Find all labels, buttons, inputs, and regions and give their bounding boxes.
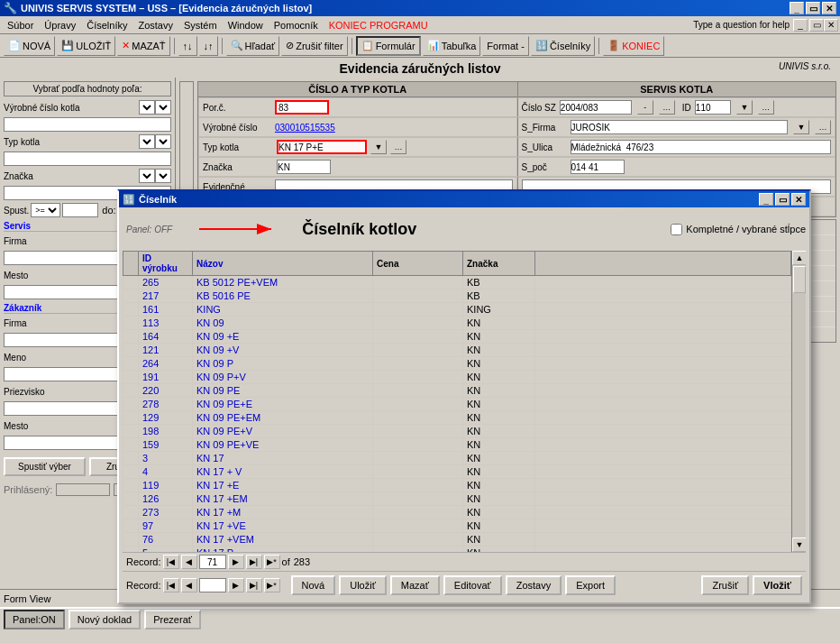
s-ulica-input[interactable] bbox=[571, 140, 832, 154]
help-close[interactable]: ✕ bbox=[824, 19, 838, 32]
format-button[interactable]: Format - bbox=[482, 36, 529, 56]
modal-nova-btn[interactable]: Nová bbox=[291, 575, 336, 595]
table-row[interactable]: 97KN 17 +VEKN bbox=[123, 519, 791, 533]
cislo-sz-btn1[interactable]: - bbox=[637, 100, 653, 115]
filter-vyrobne-eq[interactable]: = bbox=[139, 100, 155, 115]
menu-system[interactable]: Systém bbox=[178, 18, 223, 32]
modal-nav-next2[interactable]: ▶| bbox=[246, 578, 262, 592]
vyrobne-cislo-link[interactable]: 030010515535 bbox=[275, 123, 335, 133]
help-restore[interactable]: ▭ bbox=[809, 19, 824, 32]
znacka-form-input[interactable] bbox=[277, 160, 331, 174]
nav-prev[interactable]: ◀ bbox=[181, 555, 197, 569]
nav-next2[interactable]: ▶| bbox=[246, 555, 262, 569]
table-row[interactable]: 164KN 09 +EKN bbox=[123, 330, 791, 344]
modal-minimize[interactable]: _ bbox=[759, 193, 773, 206]
modal-nav-prev[interactable]: ◀ bbox=[181, 578, 197, 592]
filter-typ-arrow[interactable]: ▼ bbox=[155, 134, 171, 149]
table-row[interactable]: 217KB 5016 PEKB bbox=[123, 289, 791, 303]
table-row[interactable]: 161KINGKING bbox=[123, 303, 791, 317]
filter-vyrobne-arrow[interactable]: ▼ bbox=[155, 100, 171, 115]
modal-mazat-btn[interactable]: Mazať bbox=[390, 575, 440, 595]
s-firma-btn[interactable]: ▼ bbox=[793, 120, 809, 134]
cislo-sz-input[interactable] bbox=[560, 100, 632, 115]
table-row[interactable]: 191KN 09 P+VKN bbox=[123, 371, 791, 384]
table-row[interactable]: 273KN 17 +MKN bbox=[123, 506, 791, 519]
spustit-vyber-button[interactable]: Spustiť výber bbox=[4, 457, 86, 476]
tabulka-button[interactable]: 📊 Tabuľka bbox=[423, 36, 481, 56]
menu-koniec[interactable]: KONIEC PROGRAMU bbox=[324, 18, 434, 32]
sort-desc-button[interactable]: ↓↑ bbox=[199, 36, 218, 56]
nav-first[interactable]: |◀ bbox=[163, 555, 179, 569]
nav-last[interactable]: ▶* bbox=[264, 555, 280, 569]
menu-ciselníky[interactable]: Číselníky bbox=[81, 18, 132, 32]
table-row[interactable]: 126KN 17 +EMKN bbox=[123, 492, 791, 506]
filter-znacka-eq[interactable]: = bbox=[139, 169, 155, 183]
table-scrollbar[interactable]: ▲ ▼ bbox=[791, 251, 806, 552]
table-row[interactable]: 121KN 09 +VKN bbox=[123, 344, 791, 357]
menu-pomocnik[interactable]: Pomocník bbox=[269, 18, 324, 32]
table-row[interactable]: 76KN 17 +VEMKN bbox=[123, 533, 791, 547]
restore-button[interactable]: ▭ bbox=[806, 2, 820, 14]
modal-editovat-btn[interactable]: Editovať bbox=[443, 575, 502, 595]
id-btn2[interactable]: … bbox=[758, 100, 774, 115]
sort-asc-button[interactable]: ↑↓ bbox=[178, 36, 197, 56]
ulozit-button[interactable]: 💾 ULOŽIŤ bbox=[57, 36, 115, 56]
help-minimize[interactable]: _ bbox=[793, 19, 808, 32]
table-row[interactable]: 113KN 09KN bbox=[123, 317, 791, 330]
koniec-button[interactable]: 🚪 KONIEC bbox=[603, 36, 664, 56]
s-psc-input[interactable] bbox=[571, 160, 625, 174]
table-row[interactable]: 129KN 09 PE+EMKN bbox=[123, 411, 791, 425]
menu-upravy[interactable]: Úpravy bbox=[39, 18, 81, 32]
th-znacka[interactable]: Značka bbox=[463, 252, 535, 276]
nav-current[interactable] bbox=[199, 555, 226, 569]
typ-btn1[interactable]: ▼ bbox=[370, 140, 387, 154]
modal-zrusit-btn[interactable]: Zrušiť bbox=[701, 575, 749, 595]
th-cena[interactable]: Cena bbox=[373, 252, 463, 276]
modal-export-btn[interactable]: Export bbox=[565, 575, 616, 595]
formular-button[interactable]: 📋 Formulár bbox=[356, 36, 421, 56]
table-row[interactable]: 198KN 09 PE+VKN bbox=[123, 425, 791, 438]
filter-vyrobne-input[interactable] bbox=[4, 117, 171, 132]
logged-input[interactable] bbox=[56, 483, 110, 496]
th-nazov[interactable]: Názov bbox=[193, 252, 373, 276]
cislo-sz-btn2[interactable]: … bbox=[659, 100, 675, 115]
zrusit-filter-button[interactable]: ⊘ Zrušiť filter bbox=[281, 36, 347, 56]
modal-close[interactable]: ✕ bbox=[791, 193, 806, 206]
table-row[interactable]: 119KN 17 +EKN bbox=[123, 479, 791, 492]
table-row[interactable]: 265KB 5012 PE+VEMKB bbox=[123, 276, 791, 289]
id-btn[interactable]: ▼ bbox=[736, 100, 753, 115]
table-row[interactable]: 3KN 17KN bbox=[123, 452, 791, 465]
typ-btn2[interactable]: … bbox=[390, 140, 406, 154]
filter-typ-input[interactable] bbox=[4, 152, 171, 166]
filter-typ-eq[interactable]: = bbox=[139, 134, 155, 149]
modal-nav-first[interactable]: |◀ bbox=[163, 578, 179, 592]
table-row[interactable]: 4KN 17 + VKN bbox=[123, 465, 791, 479]
close-button[interactable]: ✕ bbox=[822, 2, 836, 14]
novy-doklad-button[interactable]: Nový doklad bbox=[68, 610, 142, 629]
s-firma-input[interactable] bbox=[571, 120, 789, 134]
table-row[interactable]: 278KN 09 PE+EKN bbox=[123, 398, 791, 411]
modal-ulozit-btn[interactable]: Uložiť bbox=[339, 575, 387, 595]
modal-nav-last[interactable]: ▶* bbox=[264, 578, 280, 592]
scroll-up-btn[interactable]: ▲ bbox=[792, 251, 806, 265]
prezerat-button[interactable]: Prezerať bbox=[144, 610, 201, 629]
table-row[interactable]: 264KN 09 PKN bbox=[123, 357, 791, 371]
hladat-button[interactable]: 🔍 Hľadať bbox=[226, 36, 280, 56]
minimize-button[interactable]: _ bbox=[790, 2, 804, 14]
menu-zostavy[interactable]: Zostavy bbox=[132, 18, 178, 32]
modal-vlozit-btn[interactable]: Vložiť bbox=[753, 575, 802, 595]
nav-next[interactable]: ▶ bbox=[228, 555, 244, 569]
modal-nav-next[interactable]: ▶ bbox=[228, 578, 244, 592]
s-firma-btn2[interactable]: … bbox=[815, 120, 831, 134]
modal-zostavy-btn[interactable]: Zostavy bbox=[506, 575, 562, 595]
scroll-thumb[interactable] bbox=[793, 266, 806, 293]
kompletne-checkbox[interactable] bbox=[671, 224, 682, 235]
menu-window[interactable]: Window bbox=[223, 18, 269, 32]
scroll-down-btn[interactable]: ▼ bbox=[792, 537, 806, 552]
table-row[interactable]: 159KN 09 PE+VEKN bbox=[123, 438, 791, 452]
typ-kotla-input[interactable] bbox=[277, 140, 367, 154]
modal-restore[interactable]: ▭ bbox=[775, 193, 790, 206]
mazat-button[interactable]: ✕ MAZAŤ bbox=[117, 36, 169, 56]
modal-nav-current[interactable] bbox=[199, 578, 226, 592]
filter-znacka-arrow[interactable]: ▼ bbox=[155, 169, 171, 183]
